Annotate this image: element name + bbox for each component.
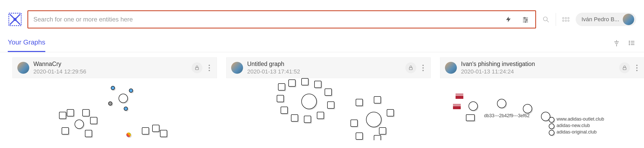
card-menu-icon[interactable] <box>207 65 212 71</box>
graph-node-label: adidas-new.club <box>557 123 590 128</box>
svg-rect-23 <box>195 68 199 70</box>
tabs-row: Your Graphs <box>0 34 644 52</box>
search-icon[interactable] <box>541 15 551 24</box>
card-owner-avatar <box>17 62 29 74</box>
graph-preview <box>226 78 431 140</box>
graph-card[interactable]: Untitled graph 2020-01-13 17:41:52 <box>226 57 431 140</box>
graph-node-label: db33---2b42f9---3ef62 <box>484 113 530 119</box>
graph-card[interactable]: Ivan's phishing investigation 2020-01-13… <box>440 57 644 140</box>
card-title: Ivan's phishing investigation <box>461 60 615 68</box>
svg-point-5 <box>524 17 525 19</box>
graph-node-label: www.adidas-outlet.club <box>557 116 604 122</box>
svg-point-3 <box>13 18 17 21</box>
svg-point-7 <box>526 19 527 21</box>
card-menu-icon[interactable] <box>420 65 426 71</box>
card-owner-avatar <box>445 62 457 74</box>
sort-icon[interactable] <box>612 38 621 48</box>
svg-rect-24 <box>409 68 412 70</box>
search-container <box>27 10 536 28</box>
card-timestamp: 2020-01-13 11:24:24 <box>461 68 615 76</box>
svg-rect-25 <box>623 68 626 70</box>
graph-card[interactable]: WannaCry 2020-01-14 12:29:56 <box>12 57 217 140</box>
svg-point-10 <box>544 17 547 21</box>
user-display-name: Iván Pedro B... <box>581 16 619 23</box>
app-logo[interactable] <box>8 12 22 27</box>
graph-preview <box>12 78 217 140</box>
graph-node-label: adidas-original.club <box>557 129 597 135</box>
card-header: Ivan's phishing investigation 2020-01-13… <box>440 57 644 78</box>
avatar <box>623 14 634 25</box>
bolt-icon[interactable] <box>504 15 513 24</box>
flag-icon <box>453 104 461 109</box>
card-timestamp: 2020-01-13 17:41:52 <box>247 68 401 76</box>
card-titles: Ivan's phishing investigation 2020-01-13… <box>461 60 615 75</box>
search-input[interactable] <box>33 16 504 23</box>
svg-point-17 <box>629 41 630 41</box>
divider <box>556 13 556 26</box>
card-titles: Untitled graph 2020-01-13 17:41:52 <box>247 60 401 75</box>
card-timestamp: 2020-01-14 12:29:56 <box>33 68 187 76</box>
cards-row: WannaCry 2020-01-14 12:29:56 <box>0 52 644 140</box>
card-header: WannaCry 2020-01-14 12:29:56 <box>12 57 217 78</box>
graph-preview: db33---2b42f9---3ef62 www.adidas-outlet.… <box>440 78 644 140</box>
card-header: Untitled graph 2020-01-13 17:41:52 <box>226 57 431 78</box>
tab-your-graphs[interactable]: Your Graphs <box>8 34 45 52</box>
lock-icon <box>405 62 416 73</box>
card-title: Untitled graph <box>247 60 401 68</box>
card-menu-icon[interactable] <box>634 65 640 71</box>
svg-line-11 <box>547 20 549 22</box>
search-actions <box>504 15 530 24</box>
list-view-icon[interactable] <box>627 38 636 48</box>
svg-point-21 <box>629 44 630 45</box>
top-bar: Iván Pedro B... <box>0 0 644 34</box>
lock-icon <box>619 62 630 73</box>
card-titles: WannaCry 2020-01-14 12:29:56 <box>33 60 187 75</box>
user-menu[interactable]: Iván Pedro B... <box>576 13 636 26</box>
card-owner-avatar <box>231 62 243 74</box>
flag-icon <box>456 94 463 99</box>
svg-point-19 <box>629 42 630 43</box>
card-title: WannaCry <box>33 60 187 68</box>
apps-grid-icon[interactable] <box>561 15 570 24</box>
view-toggles <box>612 38 636 48</box>
filter-settings-icon[interactable] <box>521 15 530 24</box>
lock-icon <box>192 62 202 73</box>
